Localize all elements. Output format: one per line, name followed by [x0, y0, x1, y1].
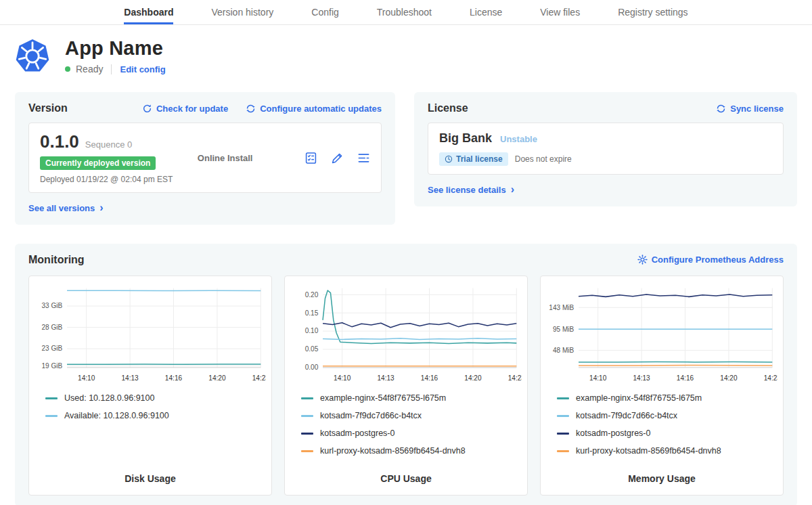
svg-text:14:13: 14:13 [378, 374, 395, 382]
svg-text:14:20: 14:20 [720, 374, 738, 382]
release-notes-icon [304, 152, 317, 164]
svg-text:33 GiB: 33 GiB [42, 302, 63, 309]
svg-text:14:16: 14:16 [165, 374, 183, 382]
check-for-update-link[interactable]: Check for update [142, 104, 228, 114]
legend-swatch [45, 397, 58, 399]
svg-text:14:20: 14:20 [208, 374, 226, 382]
clock-icon [445, 155, 453, 163]
trial-license-label: Trial license [456, 154, 503, 164]
sequence-label: Sequence 0 [85, 139, 132, 150]
install-type-label: Online Install [198, 153, 253, 163]
chevron-right-icon: › [99, 202, 103, 213]
legend-item[interactable]: kurl-proxy-kotsadm-8569fb6454-dnvh8 [301, 446, 522, 456]
legend-label: kotsadm-postgres-0 [576, 429, 650, 438]
legend-item[interactable]: kotsadm-postgres-0 [557, 429, 777, 438]
svg-text:95 MiB: 95 MiB [553, 325, 574, 332]
deployed-version-badge: Currently deployed version [40, 156, 156, 170]
legend-item[interactable]: example-nginx-54f8f76755-l675m [557, 393, 777, 403]
refresh-icon [142, 104, 152, 114]
version-number: 0.1.0 [40, 131, 79, 152]
deployed-timestamp: Deployed 01/19/22 @ 02:04 pm EST [40, 175, 173, 184]
legend-swatch [301, 433, 313, 435]
version-panel-title: Version [28, 102, 68, 114]
monitoring-panel: Monitoring Configure Prometheus Address … [15, 244, 797, 505]
app-header: App Name Ready Edit config [15, 37, 797, 74]
current-version-card: 0.1.0 Sequence 0 Currently deployed vers… [28, 123, 382, 193]
edit-config-label: Edit config [120, 64, 165, 74]
svg-text:143 MiB: 143 MiB [549, 303, 574, 311]
legend-item[interactable]: kurl-proxy-kotsadm-8569fb6454-dnvh8 [557, 446, 777, 456]
svg-text:0.20: 0.20 [305, 290, 319, 298]
see-all-versions-label: See all versions [28, 203, 95, 213]
legend-item[interactable]: Used: 10.128.0.96:9100 [45, 393, 266, 403]
app-status: Ready [76, 64, 103, 74]
see-license-details-label: See license details [428, 185, 506, 195]
legend-swatch [301, 397, 313, 399]
legend-item[interactable]: kotsadm-7f9dc7d66c-b4tcx [301, 411, 522, 420]
configure-prometheus-link[interactable]: Configure Prometheus Address [637, 255, 784, 265]
svg-text:14:16: 14:16 [421, 374, 438, 382]
legend-label: kurl-proxy-kotsadm-8569fb6454-dnvh8 [576, 446, 721, 456]
legend-label: example-nginx-54f8f76755-l675m [320, 393, 446, 403]
edit-yaml-button[interactable] [331, 152, 344, 164]
see-all-versions-link[interactable]: See all versions › [28, 202, 104, 213]
gear-icon [637, 255, 648, 265]
legend-swatch [301, 450, 313, 452]
version-panel: Version Check for update Configure autom… [15, 92, 395, 225]
legend-label: Used: 10.128.0.96:9100 [64, 393, 154, 403]
auto-update-icon [246, 104, 256, 114]
svg-text:14:23: 14:23 [508, 374, 522, 382]
configure-automatic-updates-link[interactable]: Configure automatic updates [246, 104, 382, 114]
svg-text:14:23: 14:23 [252, 374, 266, 382]
tab-troubleshoot[interactable]: Troubleshoot [377, 0, 432, 24]
license-detail-card: Big Bank Unstable Trial license Does not… [428, 123, 784, 175]
legend-label: kotsadm-7f9dc7d66c-b4tcx [576, 411, 677, 420]
view-diff-button[interactable] [357, 152, 370, 164]
divider [111, 64, 112, 74]
sync-license-link[interactable]: Sync license [716, 104, 784, 114]
sync-license-label: Sync license [730, 104, 784, 114]
release-notes-button[interactable] [304, 152, 317, 164]
monitoring-panel-title: Monitoring [28, 254, 85, 266]
legend-swatch [45, 415, 58, 417]
legend-item[interactable]: Available: 10.128.0.96:9100 [45, 411, 266, 420]
cpu-usage-legend: example-nginx-54f8f76755-l675mkotsadm-7f… [301, 393, 522, 464]
legend-label: kotsadm-7f9dc7d66c-b4tcx [320, 411, 422, 420]
legend-item[interactable]: kotsadm-postgres-0 [301, 429, 522, 438]
tab-config[interactable]: Config [311, 0, 338, 24]
disk-usage-card: 33 GiB28 GiB23 GiB19 GiB14:1014:1314:161… [28, 276, 272, 496]
check-for-update-label: Check for update [156, 104, 228, 114]
tab-license[interactable]: License [470, 0, 502, 24]
tab-view-files[interactable]: View files [540, 0, 580, 24]
svg-text:14:13: 14:13 [633, 374, 651, 382]
tab-registry-settings[interactable]: Registry settings [618, 0, 687, 24]
app-title: App Name [65, 37, 166, 60]
chevron-right-icon: › [511, 184, 514, 195]
legend-item[interactable]: kotsadm-7f9dc7d66c-b4tcx [557, 411, 777, 420]
cpu-usage-title: CPU Usage [290, 466, 522, 488]
disk-usage-title: Disk Usage [35, 466, 266, 488]
dashboard-main: App Name Ready Edit config Version Check… [0, 37, 812, 505]
svg-text:19 GiB: 19 GiB [42, 361, 63, 369]
legend-item[interactable]: example-nginx-54f8f76755-l675m [301, 393, 522, 403]
tab-dashboard[interactable]: Dashboard [124, 0, 173, 24]
svg-text:14:10: 14:10 [78, 374, 95, 382]
tab-version-history[interactable]: Version history [211, 0, 273, 24]
edit-config-link[interactable]: Edit config [120, 64, 165, 74]
svg-text:14:23: 14:23 [764, 374, 777, 382]
license-panel: License Sync license Big Bank Unstable T… [414, 92, 797, 206]
cpu-usage-chart: 0.200.150.100.050.0014:1014:1314:1614:20… [290, 283, 522, 386]
see-license-details-link[interactable]: See license details › [428, 184, 514, 195]
svg-text:0.00: 0.00 [305, 364, 319, 371]
legend-swatch [557, 433, 569, 435]
legend-swatch [557, 397, 569, 399]
legend-label: example-nginx-54f8f76755-l675m [576, 393, 702, 403]
legend-swatch [301, 415, 313, 417]
svg-text:14:10: 14:10 [334, 374, 351, 382]
svg-text:0.05: 0.05 [305, 345, 319, 353]
diff-lines-icon [357, 152, 370, 164]
legend-label: kurl-proxy-kotsadm-8569fb6454-dnvh8 [320, 446, 466, 456]
status-dot [65, 66, 70, 72]
configure-automatic-updates-label: Configure automatic updates [260, 104, 382, 114]
kubernetes-logo-icon [15, 39, 50, 74]
